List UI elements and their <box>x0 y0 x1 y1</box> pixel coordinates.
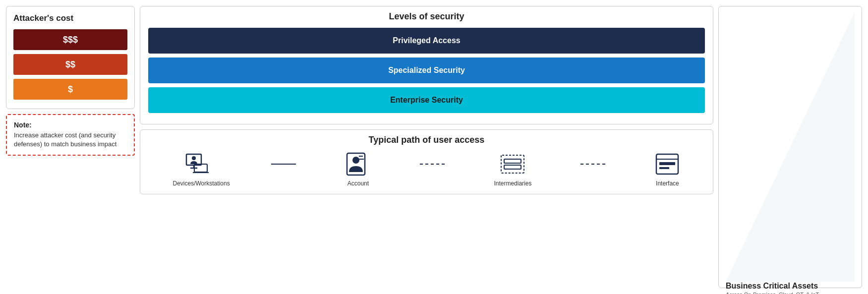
svg-rect-16 <box>659 167 669 169</box>
svg-marker-17 <box>726 12 855 282</box>
specialized-security-bar: Specialized Security <box>148 58 705 83</box>
privileged-access-bar: Privileged Access <box>148 28 705 54</box>
note-text: Increase attacker cost (and security def… <box>14 131 127 149</box>
flow-item-interface: Interface <box>654 151 680 187</box>
cost-bar-low: $ <box>13 79 127 100</box>
note-box: Note: Increase attacker cost (and securi… <box>6 114 135 156</box>
svg-rect-15 <box>659 162 675 165</box>
connector-1 <box>271 164 296 165</box>
flow-item-devices: Devices/Workstations <box>173 151 222 187</box>
right-column: Business Critical Assets Across On-Premi… <box>718 6 862 288</box>
interface-icon <box>654 151 680 177</box>
devices-label: Devices/Workstations <box>173 180 222 187</box>
levels-of-security-title: Levels of security <box>148 11 705 22</box>
svg-rect-11 <box>504 159 521 163</box>
cost-bar-mid: $$ <box>13 54 127 75</box>
interface-label: Interface <box>656 180 679 187</box>
levels-of-security-box: Levels of security Privileged Access Spe… <box>140 6 713 124</box>
user-access-box: Typical path of user access <box>140 129 713 194</box>
main-container: Attacker's cost $$$ $$ $ Note: Increase … <box>0 0 868 294</box>
attacker-cost-box: Attacker's cost $$$ $$ $ <box>6 6 135 109</box>
enterprise-security-bar: Enterprise Security <box>148 87 705 113</box>
intermediaries-label: Intermediaries <box>494 180 531 187</box>
attacker-cost-title: Attacker's cost <box>13 13 127 23</box>
note-title: Note: <box>14 121 127 129</box>
svg-point-5 <box>192 156 196 160</box>
user-access-title: Typical path of user access <box>148 135 705 145</box>
cost-bar-high: $$$ <box>13 29 127 50</box>
user-access-flow: Devices/Workstations <box>148 151 705 187</box>
connector-2 <box>420 164 445 165</box>
svg-rect-12 <box>504 165 521 169</box>
left-column: Attacker's cost $$$ $$ $ Note: Increase … <box>6 6 135 288</box>
flow-item-intermediaries: Intermediaries <box>494 151 531 187</box>
connector-3 <box>580 164 605 165</box>
svg-point-7 <box>352 157 359 164</box>
intermediaries-icon <box>500 151 525 177</box>
account-icon <box>345 151 371 177</box>
business-critical-assets-title: Business Critical Assets <box>726 282 855 291</box>
devices-icon <box>184 151 210 177</box>
account-label: Account <box>347 180 369 187</box>
business-critical-assets-subtitle: Across On-Premises, Cloud, OT, & IoT <box>726 292 855 294</box>
flow-item-account: Account <box>345 151 371 187</box>
svg-rect-10 <box>501 155 524 173</box>
middle-column: Levels of security Privileged Access Spe… <box>140 6 713 288</box>
